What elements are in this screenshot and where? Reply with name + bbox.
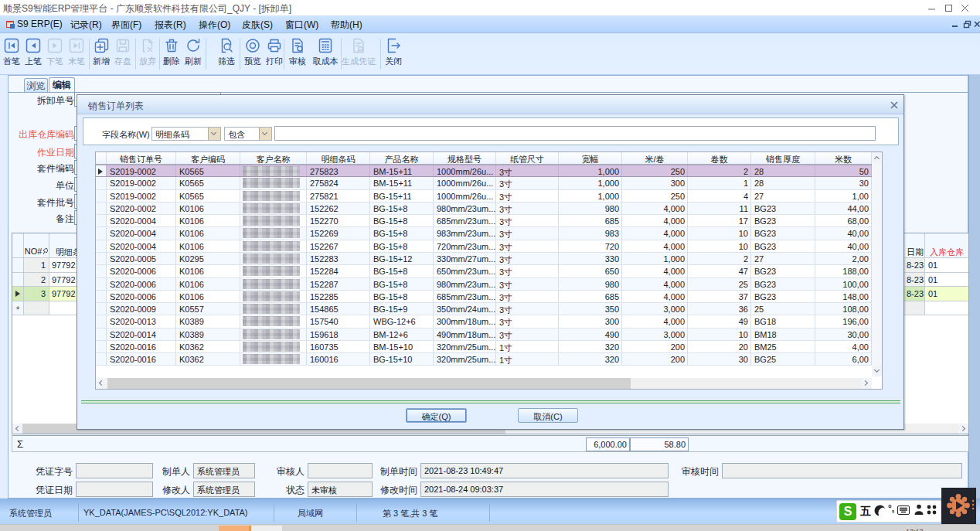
grid-cell: 200	[622, 341, 688, 352]
grid-cell: 108,00	[815, 303, 872, 315]
dialog-grid-row[interactable]: S2020-0014K0389159618BM-12+6490mm/18um..…	[96, 328, 872, 341]
grid-cell: 30,00	[815, 328, 872, 340]
grid-cell: 983mm/23um...	[434, 227, 496, 239]
column-header[interactable]: 纸管尺寸	[496, 152, 559, 164]
dialog-grid-row[interactable]: S2020-0016K0362160735BM-15+10320mm/25um.…	[96, 341, 872, 353]
search-value-input[interactable]	[274, 126, 876, 141]
header-warehouse[interactable]: 入库仓库	[925, 233, 969, 258]
dialog-grid-row[interactable]: S2020-0006K0106152287BG-15+8980mm/23um..…	[96, 278, 872, 291]
grid-cell: BG23	[751, 278, 815, 290]
dialog-grid-vscrollbar[interactable]	[872, 152, 882, 376]
mdi-close-icon[interactable]	[974, 21, 980, 28]
taskbar-strip: 13:13	[0, 524, 980, 531]
column-header[interactable]: 卷数	[688, 152, 751, 164]
dialog-grid-row[interactable]: S2020-0002K0106152262BG-15+8980mm/23um..…	[96, 203, 872, 215]
menu-item-5[interactable]: 操作(O)	[199, 19, 230, 32]
scroll-right-arrow[interactable]	[861, 378, 872, 389]
dialog-grid-row[interactable]: S2020-0005K0295152283BG-15+12330mm/27um.…	[96, 253, 872, 265]
sogou-icon[interactable]: S	[839, 503, 856, 520]
mdi-minimize-icon[interactable]	[951, 21, 959, 29]
column-header[interactable]: 规格型号	[434, 152, 496, 164]
scroll-right-arrow[interactable]	[958, 424, 968, 434]
scroll-left-arrow[interactable]	[12, 424, 22, 434]
search-field-combo[interactable]: 明细条码	[151, 127, 221, 141]
symbols-icon[interactable]: °,	[888, 503, 894, 514]
column-header[interactable]: 明细条码	[307, 152, 370, 164]
tab-edit[interactable]: 编辑	[49, 77, 75, 92]
ok-button[interactable]: 确定(Q)	[406, 408, 467, 423]
dialog-grid-row[interactable]: S2020-0004K0106152270BG-15+8685mm/23um..…	[96, 215, 872, 227]
column-header[interactable]: 产品名称	[370, 152, 434, 164]
header-marker	[12, 233, 24, 258]
taskbar-app-light[interactable]	[251, 526, 282, 531]
grid-cell: BG18	[751, 315, 815, 327]
scroll-up-arrow[interactable]	[872, 152, 882, 163]
footer-field: 2021-08-23 10:49:47	[420, 463, 669, 478]
dialog-grid-row[interactable]: S2019-0002K0565275824BM-15+111000mm/26u.…	[96, 177, 872, 189]
column-header[interactable]: 客户编码	[176, 152, 240, 164]
minimize-icon[interactable]	[927, 3, 937, 13]
cost-icon	[316, 36, 335, 55]
grid-cell: 27	[751, 190, 815, 202]
column-header[interactable]: 米数	[815, 152, 872, 164]
dialog-grid-row[interactable]: S2019-0002K0565275821BG-15+111000mm/26u.…	[96, 190, 872, 203]
menu-item-2[interactable]: 记录(R)	[70, 19, 102, 32]
grid-cell: 1,000	[622, 253, 688, 264]
tab-browse[interactable]: 浏览	[24, 78, 48, 92]
redacted-customer-name	[243, 254, 300, 264]
chevron-down-icon[interactable]	[208, 128, 220, 140]
menu-item-3[interactable]: 界面(F)	[111, 19, 141, 32]
column-header[interactable]: 客户名称	[240, 152, 307, 164]
grid-cell: 720mm/23um...	[434, 240, 496, 252]
scroll-left-arrow[interactable]	[96, 378, 107, 389]
redacted-customer-name	[243, 191, 300, 201]
grid-cell: 3,000	[622, 328, 688, 340]
grid-cell: 685mm/23um...	[434, 291, 496, 302]
menu-item-6[interactable]: 皮肤(S)	[242, 19, 273, 32]
dialog-grid-row[interactable]: S2020-0004K0106152269BG-15+8983mm/23um..…	[96, 227, 872, 240]
grid-cell: 300	[559, 315, 622, 327]
grid-cell: 49	[688, 315, 751, 327]
scroll-down-arrow[interactable]	[872, 366, 882, 376]
dialog-title-bar[interactable]: 销售订单列表	[77, 95, 903, 114]
grid-cell: 275823	[307, 165, 370, 176]
taskbar-app-orange[interactable]	[219, 526, 249, 531]
dialog-grid-hscroll-thumb[interactable]	[107, 378, 631, 389]
dialog-grid-row[interactable]: S2020-0006K0106152284BG-15+8650mm/23um..…	[96, 265, 872, 277]
header-no[interactable]: NO#	[24, 233, 49, 258]
column-header[interactable]: 销售厚度	[751, 152, 815, 164]
chevron-down-icon[interactable]	[259, 128, 271, 140]
menu-item-7[interactable]: 窗口(W)	[285, 19, 318, 32]
redacted-customer-name	[243, 329, 300, 339]
search-operator-combo[interactable]: 包含	[224, 127, 272, 141]
cancel-button[interactable]: 取消(C)	[518, 408, 578, 423]
form-label-4: 套件编码	[9, 162, 74, 175]
menu-item-1[interactable]: S9 ERP(E)	[17, 19, 63, 29]
column-header[interactable]: 米/卷	[622, 152, 688, 164]
grid-cell: 196,00	[815, 315, 872, 327]
keyboard-icon[interactable]	[897, 505, 910, 517]
menu-item-8[interactable]: 帮助(H)	[331, 19, 362, 32]
dialog-grid-row[interactable]: S2020-0016K0362160016BG-15+10320mm/25um.…	[96, 353, 872, 366]
status-section-4: 第 3 笔,共 3 笔	[383, 508, 438, 519]
moon-icon[interactable]	[874, 505, 886, 517]
maximize-icon[interactable]	[944, 3, 954, 13]
mdi-restore-icon[interactable]	[963, 20, 971, 29]
dialog-grid-row[interactable]: S2020-0004K0106152267BG-15+8720mm/23um..…	[96, 240, 872, 253]
column-header[interactable]: 宽幅	[559, 152, 622, 164]
grid-cell: 3寸	[496, 315, 559, 327]
menu-item-4[interactable]: 报表(R)	[155, 19, 186, 32]
wubi-icon[interactable]: 五	[860, 505, 871, 519]
grid-menu-icon[interactable]	[927, 505, 937, 517]
dialog-grid-row[interactable]: S2019-0002K0565275823BM-15+111000mm/26u.…	[96, 165, 872, 177]
dialog-grid-row[interactable]: S2020-0009K0557154865BG-15+9350mm/24um..…	[96, 303, 872, 315]
toolbar-close-button[interactable]: 关闭	[373, 36, 413, 67]
column-header[interactable]: 销售订单号	[107, 152, 176, 164]
grid-cell: 1寸	[496, 353, 559, 365]
dialog-close-icon[interactable]	[890, 101, 898, 109]
dialog-grid-row[interactable]: S2020-0013K0389157540WBG-12+6300mm/18um.…	[96, 315, 872, 328]
app-logo-box[interactable]	[941, 488, 976, 524]
dialog-grid-row[interactable]: S2020-0006K0106152285BG-15+8685mm/23um..…	[96, 291, 872, 303]
close-icon[interactable]	[960, 3, 970, 13]
person-icon[interactable]	[914, 504, 924, 517]
